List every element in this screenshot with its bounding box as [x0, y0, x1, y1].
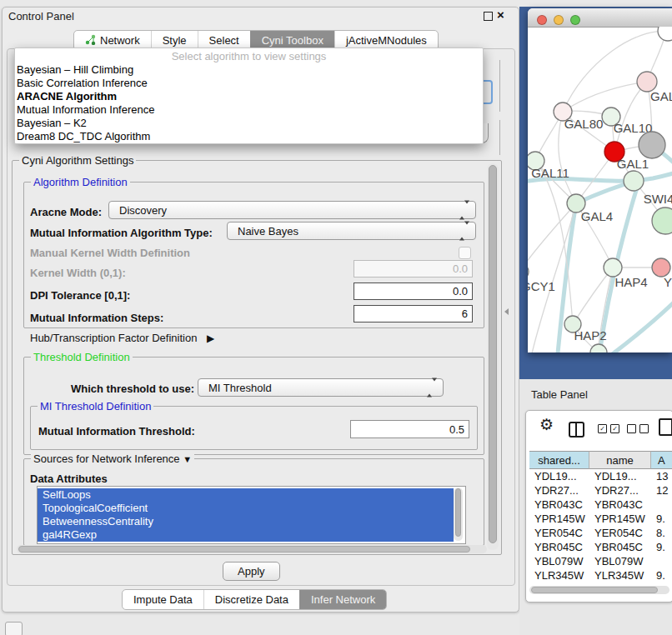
table-hscrollbar[interactable]	[529, 586, 669, 594]
columns-icon[interactable]	[569, 422, 584, 438]
attribute-item-topologicalcoefficient[interactable]: TopologicalCoefficient	[38, 502, 454, 515]
table-row[interactable]: YBR045CYBR045C9.	[529, 540, 672, 554]
select-all-checkboxes-icon[interactable]: ✓✓	[598, 424, 619, 433]
table-cell: YPR145W	[589, 512, 656, 526]
network-node-hap4[interactable]	[604, 258, 622, 277]
hub-definition-toggle[interactable]: Hub/Transcription Factor Definition ▶	[30, 332, 214, 344]
tab-label: Cyni Toolbox	[262, 34, 323, 47]
cyni-settings-title: Cyni Algorithm Settings	[19, 154, 136, 167]
aracne-mode-label: Aracne Mode:	[30, 206, 102, 218]
algorithm-menu-item-dream8-dc-tdc-algorithm[interactable]: Dream8 DC_TDC Algorithm	[15, 130, 483, 143]
table-row[interactable]: YPR145WYPR145W9.	[529, 512, 672, 526]
table-cell: YLR345W	[529, 568, 594, 582]
dock-mini-button[interactable]	[5, 622, 23, 635]
network-canvas[interactable]: GALGAL80GAL10GAL1GAL11SWI4GAL4HAP4YGCY1H…	[528, 27, 672, 352]
network-edge-thick[interactable]	[611, 302, 672, 352]
tab-label: Network	[100, 34, 140, 47]
table-row[interactable]: YDL19...YDL19...13	[529, 469, 672, 483]
algorithm-menu-item-mutual-information-inference[interactable]: Mutual Information Inference	[15, 103, 483, 117]
column-header-a[interactable]: A	[651, 451, 672, 469]
column-header-name[interactable]: name	[589, 451, 651, 469]
algorithm-menu-item-bayesian-k2[interactable]: Bayesian – K2	[15, 117, 483, 130]
network-node-gcy1[interactable]	[528, 263, 529, 280]
table-cell: 9.	[651, 540, 672, 554]
attribute-item-betweennesscentrality[interactable]: BetweennessCentrality	[38, 515, 454, 528]
table-cell: YBR043C	[589, 498, 656, 512]
table-cell: YBR043C	[529, 498, 594, 512]
sources-title: Sources for Network Inference	[33, 452, 180, 465]
network-edge[interactable]	[563, 82, 647, 112]
data-attributes-list[interactable]: SelfLoopsTopologicalCoefficientBetweenne…	[37, 486, 466, 544]
network-node[interactable]	[658, 27, 672, 41]
table-window: ⚙ ✓✓ shared...nameA YDL19...YDL19...13YD…	[525, 410, 672, 602]
network-node[interactable]	[639, 132, 665, 158]
node-label: GAL4	[581, 209, 613, 223]
settings-hscrollbar[interactable]	[17, 545, 487, 553]
attribute-item-gal4rgexp[interactable]: gal4RGexp	[38, 528, 454, 542]
table-cell: YBL079W	[529, 554, 594, 568]
algorithm-menu-item-aracne-algorithm[interactable]: ARACNE Algorithm	[15, 90, 483, 103]
close-traffic-light[interactable]	[537, 15, 547, 25]
table-cell: YDR27...	[589, 483, 656, 498]
hub-definition-label: Hub/Transcription Factor Definition	[30, 332, 197, 344]
table-row[interactable]: YBL079WYBL079W	[529, 554, 672, 568]
which-threshold-select[interactable]: MI Threshold	[198, 378, 444, 397]
tab-discretize-data[interactable]: Discretize Data	[203, 590, 299, 609]
mi-threshold-field[interactable]: 0.5	[350, 420, 469, 438]
table-cell: YDR27...	[529, 483, 594, 498]
algorithm-definition-title: Algorithm Definition	[31, 176, 130, 188]
which-threshold-label: Which threshold to use:	[71, 382, 194, 395]
minimize-traffic-light[interactable]	[554, 15, 564, 25]
node-label: Y	[664, 275, 672, 289]
mi-type-label: Mutual Information Algorithm Type:	[30, 227, 213, 239]
network-node-y[interactable]	[652, 258, 670, 277]
table-cell: 12	[651, 483, 672, 498]
float-window-icon[interactable]	[484, 12, 493, 21]
mi-steps-field[interactable]: 6	[354, 305, 473, 322]
algorithm-menu-item-basic-correlation-inference[interactable]: Basic Correlation Inference	[15, 77, 483, 90]
table-cell: YLR345W	[589, 568, 656, 582]
table-cell: 8.	[651, 526, 672, 540]
mi-type-select[interactable]: Naive Bayes	[227, 222, 476, 240]
algorithm-dropdown: Select algorithm to view settings Bayesi…	[14, 48, 484, 144]
network-node-swi4[interactable]	[652, 208, 672, 234]
table-row[interactable]: YER054CYER054C8.	[529, 526, 672, 540]
table-cell: YDL19...	[589, 469, 656, 483]
which-threshold-value: MI Threshold	[208, 382, 272, 394]
collapse-down-icon[interactable]: ▼	[183, 454, 192, 464]
spinner-arrows-icon	[459, 204, 469, 217]
aracne-mode-select[interactable]: Discovery	[108, 201, 476, 219]
network-node[interactable]	[624, 171, 644, 191]
zoom-traffic-light[interactable]	[570, 15, 580, 25]
close-icon[interactable]: ×	[497, 8, 504, 22]
table-row[interactable]: YLR345WYLR345W9.	[529, 568, 672, 582]
covered-groupbox-edge-2	[499, 120, 500, 155]
network-node[interactable]	[590, 344, 607, 352]
document-icon[interactable]	[659, 418, 672, 436]
dpi-tolerance-value: 0.0	[453, 285, 468, 298]
column-header-shared[interactable]: shared...	[529, 451, 589, 469]
panel-divider-handle[interactable]	[504, 308, 509, 315]
gear-icon[interactable]: ⚙	[539, 417, 554, 432]
node-label: HAP2	[574, 328, 606, 342]
table-row[interactable]: YBR043CYBR043C	[529, 498, 672, 512]
deselect-all-checkboxes-icon[interactable]	[627, 424, 649, 433]
tab-label: jActiveMNodules	[346, 34, 427, 47]
tab-infer-network[interactable]: Infer Network	[299, 590, 386, 609]
table-row[interactable]: YDR27...YDR27...12	[529, 483, 672, 498]
kernel-width-field[interactable]: 0.0	[354, 260, 473, 278]
dpi-tolerance-field[interactable]: 0.0	[354, 282, 473, 300]
mi-steps-label: Mutual Information Steps:	[30, 312, 163, 324]
expand-right-icon: ▶	[207, 332, 214, 344]
mi-threshold-value: 0.5	[449, 423, 464, 436]
settings-scrollbar[interactable]	[487, 163, 499, 550]
tab-impute-data[interactable]: Impute Data	[123, 590, 203, 609]
table-cell: YBL079W	[589, 554, 656, 568]
manual-kernel-checkbox[interactable]	[459, 247, 471, 259]
network-window-titlebar[interactable]	[528, 8, 672, 28]
mi-threshold-title: MI Threshold Definition	[38, 400, 153, 412]
algorithm-menu-item-bayesian-hill-climbing[interactable]: Bayesian – Hill Climbing	[15, 63, 483, 77]
attribute-item-selfloops[interactable]: SelfLoops	[38, 488, 454, 502]
apply-button[interactable]: Apply	[223, 562, 280, 581]
list-scrollbar[interactable]	[454, 488, 463, 541]
